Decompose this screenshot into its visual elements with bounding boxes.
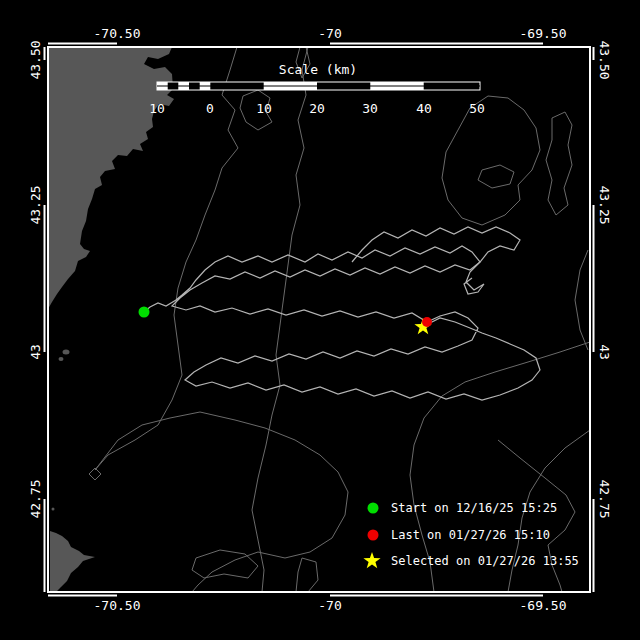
axis-label-lat-right: 43 [597,344,611,360]
axis-label-lon-top: -70.50 [94,27,141,41]
map-canvas[interactable] [0,0,640,640]
legend-last-label: Last on 01/27/26 15:10 [391,528,550,542]
scalebar-title: Scale (km) [279,63,357,77]
contour-ne-blob [442,96,540,225]
land-maine-coast [48,47,174,309]
drifter-track-map: Scale (km) 10 0 10 20 30 40 50 -70.50 -7… [0,0,640,640]
axis-label-lon-top: -70 [318,27,341,41]
scalebar-tick-label: 10 [256,102,272,116]
axis-label-lat-right: 43.50 [597,40,611,79]
drifter-track-north-band [352,227,520,294]
legend-start-label: Start on 12/16/25 15:25 [391,501,557,515]
axis-label-lon-top: -69.50 [520,27,567,41]
legend-selected-label: Selected on 01/27/26 13:55 [391,554,579,568]
axis-label-lon-bottom: -69.50 [520,599,567,613]
land-layer [48,47,174,592]
start-position-marker[interactable] [139,307,150,318]
contour-central-bowl [95,412,348,592]
last-position-marker[interactable] [422,317,432,327]
legend-markers [363,503,380,569]
land-southwest-patch [50,531,95,592]
axis-label-lon-bottom: -70.50 [94,599,141,613]
contour-east-elongated [546,112,572,215]
contour-se-arc [498,440,575,592]
axis-label-lat-right: 42.75 [597,479,611,518]
contour-bottom-loop-2 [296,558,318,592]
axis-label-lat-left: 43.50 [29,40,43,79]
scalebar-tick-label: 50 [469,102,485,116]
axis-label-lat-left: 42.75 [29,479,43,518]
contour-ne-inner-loop [478,165,514,188]
scalebar-tick-label: 0 [206,102,214,116]
marker-layer [139,307,433,335]
legend-start-circle-icon [368,503,379,514]
track-layer [144,227,540,400]
land-island-1 [63,350,70,355]
scalebar-tick-label: 40 [416,102,432,116]
axis-label-lat-left: 43.25 [29,185,43,224]
axis-label-lat-left: 43 [29,344,43,360]
scalebar-tick-label: 10 [149,102,165,116]
contour-bottom-loop-1 [192,550,258,578]
scalebar-tick-label: 20 [309,102,325,116]
axis-label-lat-right: 43.25 [597,185,611,224]
scalebar-graphic [157,82,480,90]
scalebar-tick-label: 30 [362,102,378,116]
contour-e-edge [575,250,588,350]
legend-selected-star-icon [363,552,380,568]
land-island-2 [59,357,64,361]
legend-last-circle-icon [368,530,379,541]
land-islet [52,508,55,511]
axis-label-lon-bottom: -70 [318,599,341,613]
